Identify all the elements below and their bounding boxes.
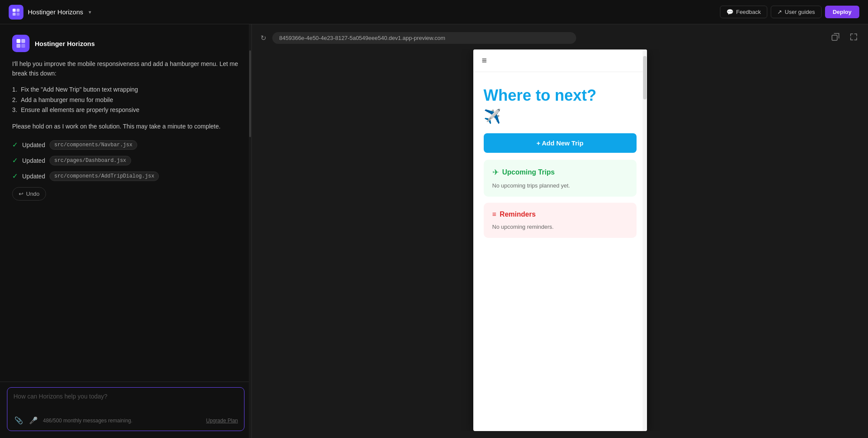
user-guides-button[interactable]: ↗ User guides (771, 6, 821, 18)
check-icon-2: ✓ (12, 156, 18, 165)
updated-label-1: Updated (22, 142, 45, 148)
updated-row-2: ✓ Updated src/pages/Dashboard.jsx (12, 156, 239, 165)
svg-rect-5 (21, 39, 25, 43)
hero-title: Where to next? (484, 86, 637, 105)
feedback-button[interactable]: 💬 Feedback (720, 6, 767, 18)
browser-actions (828, 31, 861, 44)
updated-label-2: Updated (22, 157, 45, 164)
file-badge-3: src/components/AddTripDialog.jsx (50, 171, 159, 181)
chat-input-wrapper: 📎 🎤 486/500 monthly messages remaining. … (7, 387, 244, 431)
hero-emoji: ✈️ (484, 108, 637, 125)
svg-rect-7 (21, 44, 25, 48)
preview-container: ≡ Where to next? ✈️ + Add New Trip ✈ Upc… (259, 49, 861, 431)
new-window-icon-button[interactable] (828, 31, 843, 44)
app-logo-icon (9, 5, 23, 20)
app-navbar: ≡ (473, 49, 647, 72)
browser-chrome: ↻ (259, 31, 861, 44)
main-content: Hostinger Horizons I'll help you improve… (0, 24, 868, 438)
external-link-icon: ↗ (777, 9, 782, 15)
upcoming-trips-card: ✈ Upcoming Trips No upcoming trips plann… (484, 160, 637, 197)
updated-label-3: Updated (22, 173, 45, 180)
step-2: Add a hamburger menu for mobile (12, 95, 239, 105)
svg-rect-3 (17, 13, 20, 16)
intro-text: I'll help you improve the mobile respons… (12, 59, 239, 79)
url-bar[interactable] (272, 32, 576, 44)
chat-input-footer: 📎 🎤 486/500 monthly messages remaining. … (13, 415, 238, 425)
svg-rect-4 (17, 39, 20, 43)
left-panel: Hostinger Horizons I'll help you improve… (0, 24, 252, 438)
upcoming-title: Upcoming Trips (502, 168, 555, 176)
reminders-icon: ≡ (492, 211, 496, 218)
svg-rect-1 (17, 9, 20, 12)
expand-icon-button[interactable] (846, 31, 861, 44)
chat-area: Hostinger Horizons I'll help you improve… (0, 24, 251, 382)
reminders-title: Reminders (500, 211, 536, 218)
scroll-thumb (249, 50, 251, 137)
step-3: Ensure all elements are properly respons… (12, 105, 239, 115)
updated-row-1: ✓ Updated src/components/Navbar.jsx (12, 140, 239, 150)
refresh-button[interactable]: ↻ (259, 32, 268, 44)
reminders-section-header: ≡ Reminders (492, 211, 628, 218)
microphone-icon-button[interactable]: 🎤 (28, 415, 39, 425)
scroll-track (249, 24, 251, 438)
preview-scrollbar-track (643, 49, 647, 431)
right-panel: ↻ ≡ (252, 24, 868, 438)
svg-rect-8 (832, 35, 837, 40)
file-badge-1: src/components/Navbar.jsx (50, 140, 137, 150)
reminders-card: ≡ Reminders No upcoming reminders. (484, 203, 637, 238)
top-navbar: Hostinger Horizons ▾ 💬 Feedback ↗ User g… (0, 0, 868, 24)
upcoming-empty-text: No upcoming trips planned yet. (492, 182, 628, 189)
upcoming-section-header: ✈ Upcoming Trips (492, 168, 628, 177)
upcoming-icon: ✈ (492, 168, 499, 177)
chat-input-area: 📎 🎤 486/500 monthly messages remaining. … (0, 382, 251, 438)
check-icon-3: ✓ (12, 172, 18, 180)
preview-frame: ≡ Where to next? ✈️ + Add New Trip ✈ Upc… (473, 49, 647, 431)
nav-right: 💬 Feedback ↗ User guides Deploy (720, 6, 859, 18)
assistant-icon (12, 35, 30, 52)
messages-remaining: 486/500 monthly messages remaining. (43, 418, 202, 424)
updated-row-3: ✓ Updated src/components/AddTripDialog.j… (12, 171, 239, 181)
svg-rect-2 (13, 13, 16, 16)
chevron-down-icon: ▾ (89, 9, 91, 15)
chat-input[interactable] (13, 393, 238, 410)
app-hero: Where to next? ✈️ + Add New Trip ✈ Upcom… (473, 72, 647, 254)
attach-icon-button[interactable]: 📎 (13, 415, 24, 425)
hamburger-icon[interactable]: ≡ (482, 56, 487, 66)
svg-rect-0 (13, 9, 16, 12)
assistant-header: Hostinger Horizons (12, 35, 239, 52)
steps-list: Fix the "Add New Trip" button text wrapp… (12, 85, 239, 115)
svg-rect-6 (17, 44, 20, 48)
hold-on-text: Please hold on as I work on the solution… (12, 122, 239, 131)
step-1: Fix the "Add New Trip" button text wrapp… (12, 85, 239, 95)
undo-icon: ↩ (19, 191, 23, 197)
check-icon-1: ✓ (12, 141, 18, 149)
undo-button[interactable]: ↩ Undo (12, 187, 46, 201)
deploy-button[interactable]: Deploy (825, 6, 859, 18)
upgrade-plan-link[interactable]: Upgrade Plan (206, 418, 238, 424)
feedback-icon: 💬 (726, 9, 733, 15)
assistant-name: Hostinger Horizons (35, 40, 95, 47)
reminders-empty-text: No upcoming reminders. (492, 224, 628, 230)
add-trip-label: + Add New Trip (536, 139, 583, 147)
file-badge-2: src/pages/Dashboard.jsx (50, 156, 131, 165)
add-trip-button[interactable]: + Add New Trip (484, 133, 637, 153)
preview-scrollbar-thumb (643, 56, 647, 99)
app-name: Hostinger Horizons (28, 8, 83, 16)
nav-left: Hostinger Horizons ▾ (9, 5, 91, 20)
